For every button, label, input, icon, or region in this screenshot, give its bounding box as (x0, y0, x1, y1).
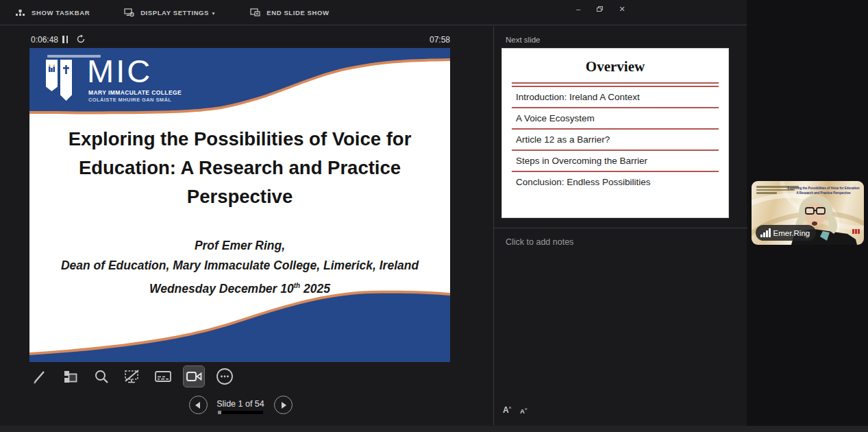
red-watermark (852, 229, 860, 234)
decrease-text-size-button[interactable]: A˅ (520, 407, 527, 415)
captions-button[interactable] (153, 366, 173, 387)
more-options-icon (216, 368, 234, 385)
caret-down-icon: ˅ (525, 407, 528, 411)
pause-timer-button[interactable] (62, 36, 69, 43)
list-item: Steps in Overcoming the Barrier (512, 151, 719, 172)
more-options-button[interactable] (214, 366, 235, 387)
list-item: Conclusion: Endless Possibilities (512, 172, 719, 192)
bottom-taskbar-strip (0, 426, 868, 432)
slide-title: Exploring the Possibilities of Voice for… (29, 125, 450, 211)
display-settings-button[interactable]: DISPLAY SETTINGS ▼ (124, 8, 216, 18)
black-screen-button[interactable] (122, 366, 142, 387)
logo-banner-cross-icon (60, 60, 72, 101)
preview-slide-title: Overview (502, 58, 728, 75)
close-button[interactable]: ✕ (617, 5, 627, 14)
slide-counter: Slide 1 of 54 (196, 399, 285, 409)
logo-banner-castle-icon (46, 60, 58, 91)
end-slide-show-button[interactable]: END SLIDE SHOW (250, 8, 329, 18)
black-screen-icon (123, 368, 141, 385)
zoom-slide-button[interactable] (91, 366, 112, 387)
caret-up-icon: ˄ (509, 406, 512, 410)
restore-button[interactable] (597, 6, 604, 12)
minimize-button[interactable]: – (573, 5, 583, 13)
signal-bars-icon (760, 228, 771, 237)
logo-acronym: MIC (87, 52, 152, 90)
end-slide-show-icon (250, 8, 260, 18)
current-slide[interactable]: MIC MARY IMMACULATE COLLEGE COLÁISTE MHU… (29, 48, 450, 362)
logo-college-name: MARY IMMACULATE COLLEGE (88, 89, 182, 96)
panel-divider (494, 228, 747, 228)
logo-college-name-irish: COLÁISTE MHUIRE GAN SMÁL (88, 97, 171, 103)
next-slide-button[interactable] (274, 396, 293, 414)
slide-progress-fill (218, 411, 221, 414)
magnifier-icon (93, 368, 110, 385)
show-taskbar-label: SHOW TASKBAR (32, 9, 90, 16)
display-settings-icon (124, 8, 134, 18)
red-divider (512, 82, 719, 84)
screen: SHOW TASKBAR DISPLAY SETTINGS ▼ END SLID… (0, 0, 868, 432)
slide-subtitle: Prof Emer Ring, Dean of Education, Mary … (29, 236, 450, 299)
see-all-slides-button[interactable] (60, 366, 81, 387)
pen-button[interactable] (29, 366, 50, 387)
increase-text-size-button[interactable]: A˄ (503, 405, 511, 415)
topbar: SHOW TASKBAR DISPLAY SETTINGS ▼ END SLID… (0, 0, 747, 25)
presenter-name: Emer.Ring (773, 229, 810, 237)
slide-progress-bar (218, 411, 263, 414)
presenter-name-badge: Emer.Ring (756, 225, 816, 241)
camera-button[interactable] (184, 366, 204, 387)
end-slide-show-label: END SLIDE SHOW (266, 9, 329, 16)
next-slide-preview[interactable]: Overview Introduction: Ireland A Context… (501, 48, 729, 218)
presenter-view-window: SHOW TASKBAR DISPLAY SETTINGS ▼ END SLID… (0, 0, 747, 432)
list-item: Introduction: Ireland A Context (512, 87, 719, 108)
elapsed-time: 0:06:48 (31, 35, 58, 45)
next-slide-header: Next slide (506, 36, 541, 44)
preview-item-list: Introduction: Ireland A Context A Voice … (512, 82, 719, 192)
next-slide-panel: Next slide Overview Introduction: Irelan… (493, 26, 747, 425)
list-item: A Voice Ecosystem (512, 108, 719, 130)
camera-icon (185, 368, 203, 385)
list-item: Article 12 as a Barrier? (512, 130, 719, 151)
see-all-slides-icon (62, 368, 79, 385)
pen-icon (32, 368, 48, 385)
window-controls: – ✕ (573, 0, 627, 18)
captions-icon (154, 368, 172, 385)
caret-down-icon: ▼ (211, 11, 216, 16)
restart-timer-button[interactable] (76, 34, 86, 44)
taskbar-icon (15, 8, 25, 18)
notes-placeholder[interactable]: Click to add notes (506, 237, 573, 247)
arrow-right-icon (282, 402, 286, 409)
display-settings-label: DISPLAY SETTINGS ▼ (140, 9, 216, 16)
current-time: 07:58 (382, 35, 450, 45)
presenter-toolbar (29, 365, 235, 387)
webcam-video-tile[interactable]: Exploring the Possibilities of Voice for… (752, 181, 864, 245)
show-taskbar-button[interactable]: SHOW TASKBAR (15, 8, 90, 18)
mic-logo: MIC MARY IMMACULATE COLLEGE COLÁISTE MHU… (45, 52, 223, 128)
